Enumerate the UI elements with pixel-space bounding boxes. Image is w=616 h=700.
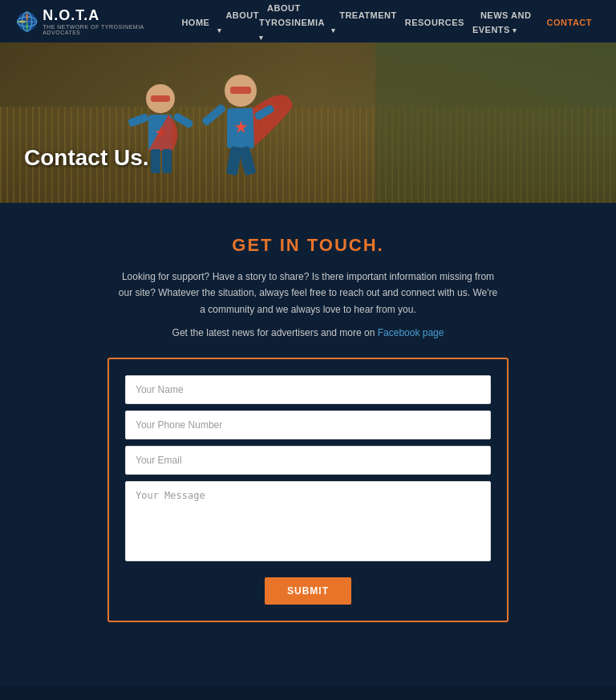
nav-link-contact[interactable]: CONTACT [539, 18, 600, 27]
nav-link-news[interactable]: NEWS AND EVENTS [472, 10, 531, 34]
submit-button[interactable]: SUBMIT [265, 577, 351, 605]
hero-title: Contact Us. [24, 145, 149, 171]
nav-link-about-tyrosinemia[interactable]: ABOUT TYROSINEMIA [259, 3, 325, 42]
contact-form: SUBMIT [107, 358, 509, 622]
nav-link-resources[interactable]: RESOURCES [397, 18, 472, 27]
svg-rect-6 [151, 95, 170, 102]
navbar: N.O.T.A THE NETWORK OF TYROSINEMIA ADVOC… [0, 0, 616, 42]
facebook-link[interactable]: Facebook page [378, 327, 444, 338]
logo-subtext: THE NETWORK OF TYROSINEMIA ADVOCATES [43, 24, 149, 35]
main-content: GET IN TOUCH. Looking for support? Have … [0, 203, 616, 686]
nav-item-about[interactable]: ABOUT [217, 7, 259, 36]
nav-item-about-tyrosinemia[interactable]: ABOUT TYROSINEMIA [259, 0, 331, 43]
svg-rect-9 [128, 113, 149, 127]
svg-rect-14 [230, 87, 251, 94]
nav-item-treatment[interactable]: TREATMENT [331, 7, 397, 36]
logo-icon [16, 7, 38, 36]
svg-rect-11 [151, 149, 160, 173]
section-title-accent: . [378, 235, 384, 255]
svg-text:★: ★ [234, 119, 248, 136]
footer: N.O.T.A THE NETWORK OF TYROSINEMIA ADVOC… [0, 686, 616, 700]
name-input[interactable] [125, 375, 491, 404]
nav-item-contact[interactable]: CONTACT [539, 14, 600, 29]
svg-rect-12 [162, 149, 172, 173]
logo[interactable]: N.O.T.A THE NETWORK OF TYROSINEMIA ADVOC… [16, 7, 149, 36]
nav-links: HOME ABOUT ABOUT TYROSINEMIA TREATMENT R… [173, 0, 600, 43]
nav-item-resources[interactable]: RESOURCES [397, 14, 472, 29]
nav-link-treatment[interactable]: TREATMENT [331, 10, 397, 34]
phone-input[interactable] [125, 411, 491, 439]
hero-overlay [0, 42, 616, 203]
hero-section: ★ ★ Contact Us. [0, 42, 616, 203]
nav-link-home[interactable]: HOME [173, 18, 217, 27]
facebook-line: Get the latest news for advertisers and … [16, 327, 600, 338]
logo-text: N.O.T.A [43, 7, 99, 23]
section-title: GET IN TOUCH. [16, 235, 600, 256]
section-title-main: GET IN TOUCH [232, 235, 377, 255]
nav-item-home[interactable]: HOME [173, 14, 217, 29]
section-description: Looking for support? Have a story to sha… [116, 269, 500, 318]
email-input[interactable] [125, 446, 491, 475]
svg-rect-20 [238, 146, 257, 176]
nav-link-about[interactable]: ABOUT [217, 10, 259, 34]
svg-rect-17 [201, 103, 227, 127]
nav-item-news[interactable]: NEWS AND EVENTS [472, 7, 539, 36]
facebook-line-text: Get the latest news for advertisers and … [172, 327, 375, 338]
message-input[interactable] [125, 481, 491, 561]
